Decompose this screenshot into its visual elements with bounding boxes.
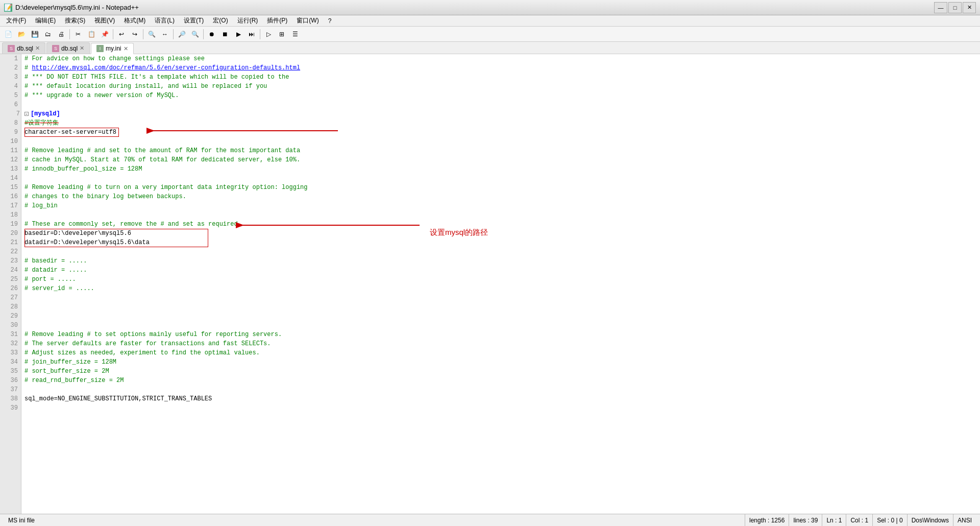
tab-close-3[interactable]: ✕ — [124, 45, 128, 52]
code-line-10[interactable] — [21, 137, 980, 146]
code-line-17[interactable]: # log_bin — [21, 201, 980, 210]
code-line-22[interactable] — [21, 247, 980, 256]
toolbar-extra1[interactable]: ⊞ — [276, 28, 288, 40]
menu-run[interactable]: 运行(R) — [233, 15, 262, 26]
toolbar-find[interactable]: 🔍 — [145, 28, 158, 40]
tab-bar: S db.sql ✕ S db.sql ✕ I my.ini ✕ — [0, 42, 980, 54]
code-line-14[interactable] — [21, 174, 980, 183]
code-line-26[interactable]: # server_id = ..... — [21, 284, 980, 293]
toolbar-sep2 — [113, 29, 113, 39]
toolbar-zoom-in[interactable]: 🔎 — [176, 28, 188, 40]
line-num-31: 31 — [0, 330, 21, 339]
menu-edit[interactable]: 编辑(E) — [31, 15, 60, 26]
line-num-16: 16 — [0, 192, 21, 201]
code-line-38[interactable]: sql_mode=NO_ENGINE_SUBSTITUTION,STRICT_T… — [21, 394, 980, 403]
code-line-5[interactable]: # *** upgrade to a newer version of MySQ… — [21, 91, 980, 100]
line-num-11: 11 — [0, 146, 21, 155]
toolbar-macro-play[interactable]: ▶ — [232, 28, 244, 40]
menu-plugins[interactable]: 插件(P) — [263, 15, 291, 26]
toolbar-macro-run[interactable]: ⏭ — [246, 28, 258, 40]
toolbar-zoom-out[interactable]: 🔍 — [189, 28, 201, 40]
code-line-37[interactable] — [21, 385, 980, 394]
tab-close-2[interactable]: ✕ — [80, 45, 84, 52]
code-line-2[interactable]: # http://dev.mysql.com/doc/refman/5.6/en… — [21, 63, 980, 73]
editor-area[interactable]: 1234567891011121314151617181920212223242… — [0, 54, 980, 514]
code-line-32[interactable]: # The server defaults are faster for tra… — [21, 339, 980, 348]
menu-search[interactable]: 搜索(S) — [61, 15, 89, 26]
menu-window[interactable]: 窗口(W) — [292, 15, 323, 26]
toolbar-extra2[interactable]: ☰ — [289, 28, 301, 40]
line-num-30: 30 — [0, 321, 21, 330]
line-num-28: 28 — [0, 302, 21, 312]
code-line-31[interactable]: # Remove leading # to set options mainly… — [21, 330, 980, 339]
toolbar-cut[interactable]: ✂ — [72, 28, 84, 40]
code-line-13[interactable]: # innodb_buffer_pool_size = 128M — [21, 164, 980, 174]
code-line-11[interactable]: # Remove leading # and set to the amount… — [21, 146, 980, 155]
code-line-3[interactable]: # *** DO NOT EDIT THIS FILE. It's a temp… — [21, 73, 980, 82]
toolbar-open[interactable]: 📂 — [15, 28, 28, 40]
code-line-15[interactable]: # Remove leading # to turn on a very imp… — [21, 183, 980, 192]
toolbar-macro-rec[interactable]: ⏺ — [206, 28, 218, 40]
status-sel: Sel : 0 | 0 — [873, 514, 907, 526]
code-line-35[interactable]: # sort_buffer_size = 2M — [21, 367, 980, 376]
code-line-28[interactable] — [21, 302, 980, 312]
toolbar-replace[interactable]: ↔ — [159, 28, 171, 40]
toolbar-redo[interactable]: ↪ — [129, 28, 141, 40]
code-line-36[interactable]: # read_rnd_buffer_size = 2M — [21, 376, 980, 385]
code-line-4[interactable]: # *** default location during install, a… — [21, 82, 980, 91]
code-line-20[interactable]: basedir=D:\develeper\mysql5.6 — [21, 229, 980, 238]
menu-bar: 文件(F) 编辑(E) 搜索(S) 视图(V) 格式(M) 语言(L) 设置(T… — [0, 15, 980, 27]
tab-db-sql-2[interactable]: S db.sql ✕ — [46, 42, 90, 54]
code-line-27[interactable] — [21, 293, 980, 302]
code-line-16[interactable]: # changes to the binary log between back… — [21, 192, 980, 201]
tab-label-2: db.sql — [61, 45, 78, 52]
minimize-button[interactable]: — — [934, 2, 947, 13]
window-controls: — □ ✕ — [934, 2, 976, 13]
code-line-33[interactable]: # Adjust sizes as needed, experiment to … — [21, 348, 980, 357]
close-button[interactable]: ✕ — [963, 2, 976, 13]
toolbar-copy[interactable]: 📋 — [85, 28, 97, 40]
code-line-6[interactable] — [21, 100, 980, 109]
toolbar-run-script[interactable]: ▷ — [262, 28, 275, 40]
code-line-39[interactable] — [21, 403, 980, 413]
menu-help[interactable]: ? — [324, 16, 336, 26]
code-line-8[interactable]: #设置字符集 — [21, 118, 980, 128]
menu-file[interactable]: 文件(F) — [2, 15, 30, 26]
toolbar: 📄 📂 💾 🗂 🖨 ✂ 📋 📌 ↩ ↪ 🔍 ↔ 🔎 🔍 ⏺ ⏹ ▶ ⏭ ▷ ⊞ … — [0, 27, 980, 42]
code-line-30[interactable] — [21, 321, 980, 330]
menu-view[interactable]: 视图(V) — [90, 15, 119, 26]
status-length: length : 1256 — [745, 514, 789, 526]
menu-settings[interactable]: 设置(T) — [180, 15, 208, 26]
code-line-34[interactable]: # join_buffer_size = 128M — [21, 357, 980, 367]
code-line-21[interactable]: datadir=D:\develeper\mysql5.6\data — [21, 238, 980, 247]
tab-close-1[interactable]: ✕ — [35, 45, 40, 52]
maximize-button[interactable]: □ — [948, 2, 962, 13]
toolbar-new[interactable]: 📄 — [2, 28, 14, 40]
code-line-7[interactable]: -[mysqld] — [21, 109, 980, 118]
toolbar-save[interactable]: 💾 — [29, 28, 41, 40]
toolbar-macro-stop[interactable]: ⏹ — [219, 28, 231, 40]
menu-macro[interactable]: 宏(O) — [209, 15, 232, 26]
code-line-12[interactable]: # cache in MySQL. Start at 70% of total … — [21, 155, 980, 164]
toolbar-undo[interactable]: ↩ — [115, 28, 128, 40]
code-line-29[interactable] — [21, 312, 980, 321]
code-line-23[interactable]: # basedir = ..... — [21, 256, 980, 266]
code-line-24[interactable]: # datadir = ..... — [21, 266, 980, 275]
line-num-32: 32 — [0, 339, 21, 348]
code-line-18[interactable] — [21, 210, 980, 220]
menu-format[interactable]: 格式(M) — [120, 15, 150, 26]
toolbar-paste[interactable]: 📌 — [99, 28, 111, 40]
line-num-38: 38 — [0, 394, 21, 403]
tab-db-sql-1[interactable]: S db.sql ✕ — [2, 42, 45, 54]
code-content[interactable]: 设置mysql的路径 # For advice on how to change… — [21, 54, 980, 514]
toolbar-sep3 — [143, 29, 143, 39]
code-line-1[interactable]: # For advice on how to change settings p… — [21, 54, 980, 63]
code-line-9[interactable]: character-set-server=utf8 — [21, 128, 980, 137]
code-line-19[interactable]: # These are commonly set, remove the # a… — [21, 220, 980, 229]
tab-icon-2: S — [52, 45, 59, 52]
tab-my-ini[interactable]: I my.ini ✕ — [91, 43, 133, 54]
toolbar-print[interactable]: 🖨 — [55, 28, 67, 40]
menu-language[interactable]: 语言(L) — [151, 15, 179, 26]
toolbar-saveall[interactable]: 🗂 — [42, 28, 54, 40]
code-line-25[interactable]: # port = ..... — [21, 275, 980, 284]
